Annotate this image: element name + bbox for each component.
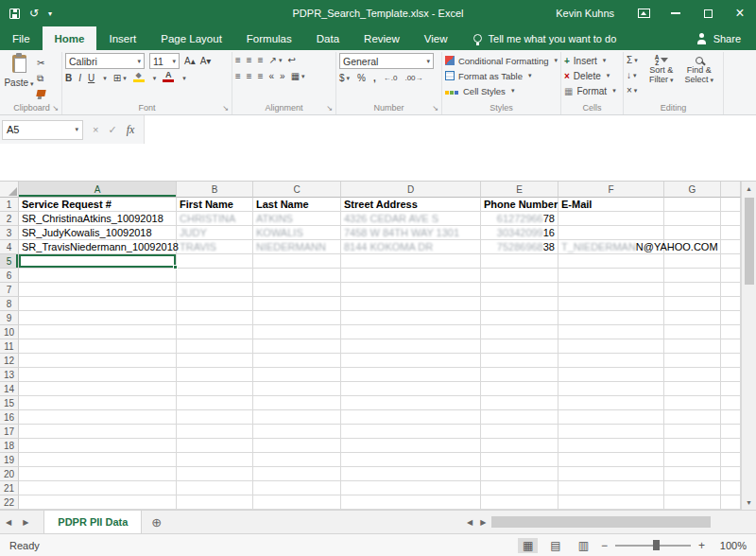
cell-C12[interactable] — [253, 354, 341, 368]
tab-data[interactable]: Data — [304, 26, 352, 50]
font-dialog-launcher[interactable]: ↘ — [222, 104, 229, 113]
cell-D17[interactable] — [341, 425, 481, 439]
vertical-scrollbar[interactable]: ▲ ▼ — [741, 182, 756, 510]
shrink-font-button[interactable]: A▾ — [200, 54, 212, 68]
row-header-7[interactable]: 7 — [0, 283, 19, 297]
close-button[interactable]: × — [724, 0, 756, 26]
cell-C4[interactable]: NIEDERMANN — [253, 240, 341, 254]
row-header-2[interactable]: 2 — [0, 212, 19, 226]
cell-G10[interactable] — [664, 325, 721, 339]
cell-E1[interactable]: Phone Number — [481, 198, 558, 212]
format-painter-button[interactable] — [37, 86, 45, 100]
cell-A10[interactable] — [19, 325, 177, 339]
cell-x4[interactable] — [721, 240, 741, 254]
wrap-text-button[interactable]: ↩ — [287, 53, 295, 67]
cell-x19[interactable] — [721, 453, 741, 467]
column-header-B[interactable]: B — [177, 182, 253, 198]
row-header-1[interactable]: 1 — [0, 198, 19, 212]
cell-C19[interactable] — [253, 453, 341, 467]
decrease-indent-button[interactable]: « — [269, 69, 275, 83]
row-header-9[interactable]: 9 — [0, 311, 19, 325]
zoom-in-button[interactable]: + — [698, 539, 705, 552]
cell-E8[interactable] — [481, 297, 558, 311]
cell-F15[interactable] — [558, 396, 664, 410]
tab-home[interactable]: Home — [43, 26, 97, 50]
cell-A18[interactable] — [19, 439, 177, 453]
cell-D4[interactable]: 8144 KOKOMA DR — [341, 240, 481, 254]
format-cells-button[interactable]: ▦Format▾ — [564, 83, 620, 98]
format-as-table-button[interactable]: Format as Table ▾ — [445, 68, 558, 83]
align-left-button[interactable]: ≡ — [235, 69, 241, 83]
cell-G13[interactable] — [664, 368, 721, 382]
cell-G8[interactable] — [664, 297, 721, 311]
grow-font-button[interactable]: A▴ — [184, 54, 196, 68]
cell-C7[interactable] — [253, 283, 341, 297]
cell-G11[interactable] — [664, 339, 721, 354]
row-header-4[interactable]: 4 — [0, 240, 19, 254]
cell-F17[interactable] — [558, 425, 664, 439]
cell-C18[interactable] — [253, 439, 341, 453]
cell-D1[interactable]: Street Address — [341, 198, 481, 212]
font-color-button[interactable]: A — [163, 71, 174, 85]
cell-D14[interactable] — [341, 382, 481, 396]
cell-C21[interactable] — [253, 481, 341, 495]
name-box[interactable]: A5 ▾ — [2, 120, 83, 140]
formula-input[interactable] — [144, 115, 756, 144]
row-header-16[interactable]: 16 — [0, 410, 19, 425]
cell-x1[interactable] — [721, 198, 741, 212]
cell-A4[interactable]: SR_TravisNiedermann_10092018 — [19, 240, 177, 254]
cell-C15[interactable] — [253, 396, 341, 410]
undo-icon[interactable]: ↺ — [29, 7, 39, 20]
insert-function-icon[interactable]: fx — [127, 123, 135, 137]
cell-A12[interactable] — [19, 354, 177, 368]
cell-D18[interactable] — [341, 439, 481, 453]
cell-F19[interactable] — [558, 453, 664, 467]
cell-G7[interactable] — [664, 283, 721, 297]
cell-x13[interactable] — [721, 368, 741, 382]
cell-x15[interactable] — [721, 396, 741, 410]
cell-F18[interactable] — [558, 439, 664, 453]
cell-F2[interactable] — [558, 212, 664, 226]
cell-D11[interactable] — [341, 339, 481, 354]
cell-x3[interactable] — [721, 226, 741, 240]
tab-file[interactable]: File — [0, 26, 43, 50]
cell-C22[interactable] — [253, 495, 341, 510]
align-right-button[interactable]: ≡ — [258, 69, 264, 83]
cell-D7[interactable] — [341, 283, 481, 297]
sheet-nav-right-icon[interactable]: ▶ — [17, 518, 34, 527]
cell-x20[interactable] — [721, 467, 741, 481]
cell-G18[interactable] — [664, 439, 721, 453]
clear-button[interactable]: ×▾ — [627, 83, 638, 97]
column-header-D[interactable]: D — [341, 182, 481, 198]
cell-F13[interactable] — [558, 368, 664, 382]
cell-D21[interactable] — [341, 481, 481, 495]
cell-E7[interactable] — [481, 283, 558, 297]
cell-A13[interactable] — [19, 368, 177, 382]
enter-icon[interactable]: ✓ — [108, 124, 116, 136]
minimize-button[interactable] — [660, 0, 692, 26]
cancel-icon[interactable]: × — [93, 124, 98, 135]
cell-C1[interactable]: Last Name — [253, 198, 341, 212]
cell-B8[interactable] — [177, 297, 253, 311]
zoom-slider[interactable] — [615, 545, 691, 547]
cell-E3[interactable]: 3034209916 — [481, 226, 558, 240]
cell-B19[interactable] — [177, 453, 253, 467]
cell-D5[interactable] — [341, 254, 481, 269]
cell-G9[interactable] — [664, 311, 721, 325]
cell-G6[interactable] — [664, 269, 721, 283]
cell-E12[interactable] — [481, 354, 558, 368]
cell-A11[interactable] — [19, 339, 177, 354]
cell-G4[interactable] — [664, 240, 721, 254]
cell-B20[interactable] — [177, 467, 253, 481]
cell-B9[interactable] — [177, 311, 253, 325]
cell-G1[interactable] — [664, 198, 721, 212]
sheet-tab-active[interactable]: PDPR PII Data — [43, 511, 142, 533]
select-all-corner[interactable] — [0, 182, 19, 198]
cell-A5[interactable] — [19, 254, 177, 269]
save-icon[interactable] — [9, 9, 20, 19]
tab-formulas[interactable]: Formulas — [234, 26, 304, 50]
cell-E20[interactable] — [481, 467, 558, 481]
cell-C8[interactable] — [253, 297, 341, 311]
cell-E13[interactable] — [481, 368, 558, 382]
cell-A2[interactable]: SR_ChristinaAtkins_10092018 — [19, 212, 177, 226]
